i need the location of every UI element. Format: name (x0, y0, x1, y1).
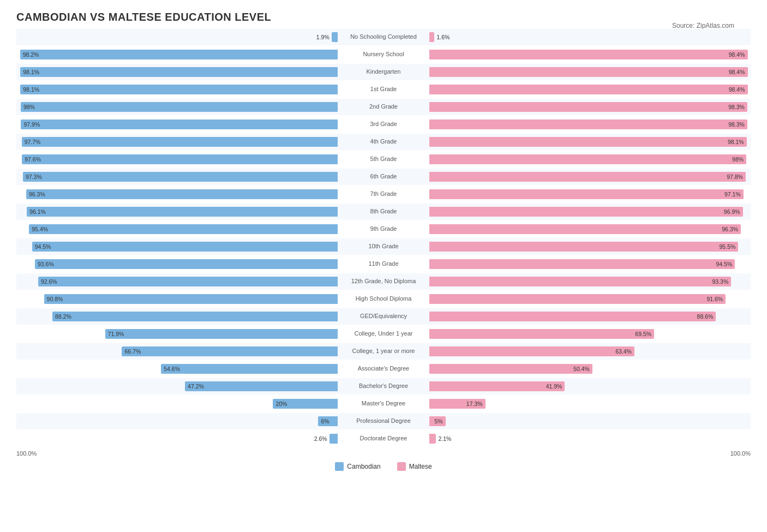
maltese-value-label: 17.3% (466, 401, 483, 407)
maltese-bar: 98.1% (429, 137, 747, 147)
cambodian-value-label: 97.6% (25, 156, 41, 163)
maltese-value-label: 97.1% (724, 191, 741, 198)
bar-row: 98.2%Nursery School98.4% (16, 46, 751, 63)
right-section: 97.8% (427, 169, 751, 185)
chart-title: CAMBODIAN VS MALTESE EDUCATION LEVEL (16, 11, 751, 23)
cambodian-bar: 47.2% (185, 381, 338, 391)
maltese-value-label: 93.3% (712, 278, 728, 285)
maltese-bar: 98.4% (429, 67, 748, 77)
cambodian-value-label: 6% (321, 418, 329, 425)
education-label: Associate's Degree (340, 365, 427, 372)
bar-row: 97.9%3rd Grade98.3% (16, 116, 751, 133)
axis-left: 100.0% (16, 450, 37, 457)
education-label: Nursery School (340, 51, 427, 58)
cambodian-bar: 97.6% (22, 154, 338, 164)
cambodian-bar: 98.2% (20, 50, 338, 59)
left-section: 92.6% (16, 273, 340, 290)
bars-container: 6%Professional Degree5% (16, 413, 751, 429)
bar-row: 96.3%7th Grade97.1% (16, 186, 751, 202)
education-label: College, 1 year or more (340, 348, 427, 355)
maltese-bar: 41.9% (429, 381, 565, 391)
bar-row: 96.1%8th Grade96.9% (16, 204, 751, 220)
right-section: 50.4% (427, 361, 751, 377)
education-label: 2nd Grade (340, 103, 427, 110)
left-section: 98.1% (16, 81, 340, 98)
cambodian-value-label: 2.6% (314, 435, 327, 442)
bars-container: 2.6%Doctorate Degree2.1% (16, 431, 751, 447)
education-label: 1st Grade (340, 86, 427, 93)
education-label: 5th Grade (340, 156, 427, 163)
bar-row: 20%Master's Degree17.3% (16, 396, 751, 412)
cambodian-bar: 96.1% (27, 207, 338, 217)
education-label: 3rd Grade (340, 121, 427, 128)
maltese-bar: 17.3% (429, 399, 486, 409)
left-section: 6% (16, 413, 340, 429)
axis-right: 100.0% (730, 450, 751, 457)
right-section: 88.6% (427, 308, 751, 325)
cambodian-bar: 96.3% (26, 189, 338, 199)
cambodian-value-label: 20% (275, 401, 287, 407)
cambodian-bar: 88.2% (52, 312, 338, 321)
bars-container: 98%2nd Grade98.3% (16, 99, 751, 115)
bars-container: 97.7%4th Grade98.1% (16, 134, 751, 150)
cambodian-bar: 71.9% (105, 329, 338, 339)
left-section: 97.7% (16, 134, 340, 150)
education-label: College, Under 1 year (340, 330, 427, 337)
bar-row: 71.9%College, Under 1 year69.5% (16, 326, 751, 342)
right-section: 93.3% (427, 273, 751, 290)
bars-container: 96.1%8th Grade96.9% (16, 204, 751, 220)
bars-container: 71.9%College, Under 1 year69.5% (16, 326, 751, 342)
left-section: 98% (16, 99, 340, 115)
left-section: 88.2% (16, 308, 340, 325)
maltese-value-label: 98.3% (728, 104, 745, 110)
right-section: 41.9% (427, 378, 751, 394)
maltese-value-label: 1.6% (436, 34, 450, 40)
maltese-bar: 93.3% (429, 277, 731, 286)
maltese-value-label: 95.5% (720, 243, 736, 250)
education-label: 8th Grade (340, 208, 427, 215)
maltese-value-label: 5% (434, 418, 442, 425)
bar-row: 98%2nd Grade98.3% (16, 99, 751, 115)
bars-container: 47.2%Bachelor's Degree41.9% (16, 378, 751, 394)
maltese-value-label: 98.3% (728, 121, 745, 128)
left-section: 98.2% (16, 46, 340, 63)
maltese-bar: 5% (429, 416, 446, 426)
cambodian-value-label: 97.7% (25, 139, 41, 145)
left-section: 97.9% (16, 116, 340, 133)
education-label: Professional Degree (340, 417, 427, 425)
maltese-value-label: 88.6% (697, 313, 714, 320)
right-section: 98.3% (427, 99, 751, 115)
cambodian-bar: 98.1% (20, 67, 338, 77)
bar-row: 97.7%4th Grade98.1% (16, 134, 751, 150)
right-section: 5% (427, 413, 751, 429)
cambodian-value-label: 47.2% (188, 383, 204, 390)
cambodian-bar: 92.6% (38, 277, 338, 286)
cambodian-bar: 94.5% (32, 242, 338, 252)
maltese-bar: 88.6% (429, 312, 716, 321)
maltese-label: Maltese (409, 463, 432, 470)
left-section: 2.6% (16, 431, 340, 447)
education-label: 12th Grade, No Diploma (340, 278, 427, 285)
bar-row: 98.1%1st Grade98.4% (16, 81, 751, 98)
cambodian-value-label: 97.9% (23, 121, 40, 128)
right-section: 98% (427, 151, 751, 168)
maltese-bar: 98.3% (429, 102, 747, 112)
maltese-bar: 98.4% (429, 50, 748, 59)
cambodian-label: Cambodian (347, 463, 380, 470)
right-section: 95.5% (427, 238, 751, 255)
bars-container: 97.9%3rd Grade98.3% (16, 116, 751, 133)
bar-row: 92.6%12th Grade, No Diploma93.3% (16, 273, 751, 290)
bars-container: 20%Master's Degree17.3% (16, 396, 751, 412)
education-label: GED/Equivalency (340, 313, 427, 320)
bar-row: 47.2%Bachelor's Degree41.9% (16, 378, 751, 394)
maltese-bar: 96.9% (429, 207, 743, 217)
right-section: 98.4% (427, 64, 751, 80)
bars-container: 92.6%12th Grade, No Diploma93.3% (16, 273, 751, 290)
left-section: 54.6% (16, 361, 340, 377)
bar-row: 88.2%GED/Equivalency88.6% (16, 308, 751, 325)
left-section: 94.5% (16, 238, 340, 255)
cambodian-value-label: 98.1% (23, 69, 39, 75)
right-section: 98.4% (427, 46, 751, 63)
bars-container: 95.4%9th Grade96.3% (16, 221, 751, 237)
left-section: 71.9% (16, 326, 340, 342)
